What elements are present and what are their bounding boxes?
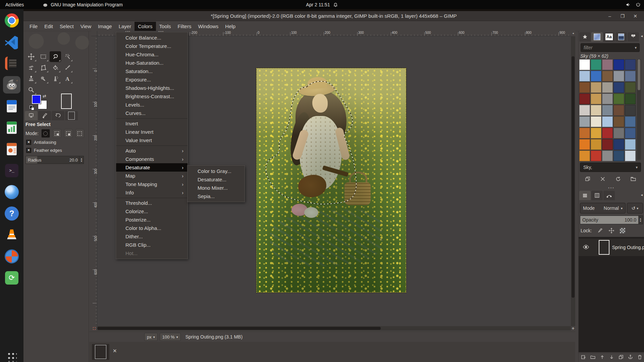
foreground-color-swatch[interactable] [32,95,41,104]
dock-item-vlc[interactable] [3,226,20,244]
tool-zoom[interactable] [25,84,37,95]
new-layer-icon[interactable] [581,354,586,361]
dock-item-software[interactable]: ⟳ [3,269,20,287]
layers-tab-menu-icon[interactable]: ◂ [641,193,643,197]
menu-tools[interactable]: Tools [156,22,174,31]
dock-item-help[interactable]: ? [3,205,20,222]
new-group-icon[interactable] [590,354,596,361]
pattern-cell-33[interactable] [613,128,624,138]
pattern-cell-37[interactable] [602,139,613,150]
menu-item-curves[interactable]: Curves... [116,109,187,117]
feather-edges-checkbox[interactable]: × [26,148,31,153]
pattern-cell-34[interactable] [625,128,636,138]
pattern-cell-7[interactable] [602,71,613,81]
tab-undo-history[interactable] [52,111,64,120]
opacity-spinner[interactable]: ▲▼ [638,216,643,224]
menu-item-color-balance[interactable]: Color Balance... [116,34,187,42]
system-tray[interactable] [626,2,641,7]
minimize-button[interactable]: – [606,12,614,20]
open-pattern-icon[interactable] [629,175,638,183]
swap-colors-icon[interactable]: ⇄ [43,94,46,99]
mode-replace-button[interactable] [41,129,50,138]
tool-clone[interactable] [25,73,37,84]
menu-layer[interactable]: Layer [115,22,135,31]
pattern-filter-input[interactable]: filter ▾ [581,43,640,52]
dock-item-text-editor[interactable] [3,55,20,72]
pattern-cell-19[interactable] [625,94,636,104]
pattern-cell-21[interactable] [591,105,601,116]
mode-add-button[interactable] [53,129,61,138]
horizontal-scrollbar-thumb[interactable] [97,327,381,330]
tool-airbrush[interactable] [50,73,61,84]
vertical-scrollbar[interactable] [571,36,575,326]
menu-item-color-to-alpha[interactable]: Color to Alpha... [116,224,187,232]
menu-item-colorize[interactable]: Colorize... [116,207,187,216]
pattern-cell-39[interactable] [625,139,636,150]
opacity-slider[interactable]: Opacity 100.0 ▲▼ [580,216,643,224]
menu-item-tone-mapping[interactable]: Tone Mapping› [116,180,187,188]
close-button[interactable]: ✕ [631,12,639,20]
pattern-cell-29[interactable] [625,116,636,127]
pattern-cell-2[interactable] [602,59,613,70]
tool-move[interactable] [25,51,37,62]
menu-item-levels[interactable]: Levels... [116,101,187,109]
title-bar[interactable]: *[Spring Outing] (imported)-2.0 (RGB col… [23,11,644,21]
tool-fuzzy-select[interactable] [62,51,73,62]
pattern-dropdown[interactable]: Sky,▾ [580,163,641,172]
zoom-dropdown[interactable]: 100 %▾ [160,333,181,341]
pattern-cell-11[interactable] [591,82,601,93]
pattern-cell-13[interactable] [613,82,624,93]
pattern-cell-17[interactable] [602,94,613,104]
menu-item-exposure[interactable]: Exposure... [116,75,187,84]
menu-item-linear-invert[interactable]: Linear Invert [116,128,187,136]
pattern-cell-32[interactable] [602,128,613,138]
pattern-cell-44[interactable] [625,150,636,161]
radius-spinner[interactable]: ▲▼ [79,156,84,164]
pattern-cell-0[interactable] [579,59,590,70]
submenu-item-sepia[interactable]: Sepia... [187,192,245,200]
menu-item-auto[interactable]: Auto› [116,146,187,155]
app-grid-icon[interactable] [7,352,17,362]
mode-intersect-button[interactable] [75,129,84,138]
pattern-cell-6[interactable] [591,71,601,81]
raise-layer-icon[interactable] [599,354,605,361]
lock-pixels-icon[interactable] [597,228,603,234]
focused-app-indicator[interactable]: GNU Image Manipulation Program [43,2,123,7]
panel-splitter-grip[interactable]: ••• [579,186,644,190]
navigation-preview-icon[interactable]: ✥ [571,326,575,330]
pattern-cell-18[interactable] [613,94,624,104]
menu-select[interactable]: Select [56,22,77,31]
image-tab-close-icon[interactable]: ✕ [113,348,117,354]
antialiasing-checkbox[interactable]: × [26,140,31,145]
menu-windows[interactable]: Windows [195,22,222,31]
tool-bucket-fill[interactable] [50,62,61,73]
pattern-scrollbar-thumb[interactable] [638,59,640,90]
menu-item-value-invert[interactable]: Value Invert [116,136,187,144]
pattern-cell-15[interactable] [579,94,590,104]
anchor-layer-icon[interactable] [628,354,633,361]
quick-mask-toggle-icon[interactable] [91,326,97,330]
menu-item-desaturate[interactable]: Desaturate› [116,163,187,172]
tool-text[interactable]: A [62,73,73,84]
pattern-cell-30[interactable] [579,128,590,138]
pattern-cell-14[interactable] [625,82,636,93]
unit-dropdown[interactable]: px▾ [144,333,158,341]
clock[interactable]: Apr 2 11:51 [306,2,338,7]
layer-row[interactable]: Spring Outing.p [579,239,644,256]
pattern-cell-38[interactable] [613,139,624,150]
lock-position-icon[interactable] [608,228,614,234]
dock-item-impress[interactable] [3,140,20,158]
pattern-cell-43[interactable] [613,150,624,161]
pattern-cell-35[interactable] [579,139,590,150]
radius-slider[interactable]: Radius 20.0 ▲▼ [25,156,84,164]
delete-pattern-icon[interactable] [598,175,607,183]
pattern-cell-22[interactable] [602,105,613,116]
tool-free-select[interactable] [50,51,61,62]
pattern-cell-26[interactable] [591,116,601,127]
dock-item-blue-globe[interactable] [3,183,20,201]
dock-item-writer[interactable] [3,98,20,115]
menu-item-threshold[interactable]: Threshold... [116,199,187,207]
layer-mode-reset-button[interactable]: ↺▾ [627,203,643,214]
filter-chevron-icon[interactable]: ▾ [635,46,637,50]
active-image-thumbnail[interactable] [61,94,72,109]
